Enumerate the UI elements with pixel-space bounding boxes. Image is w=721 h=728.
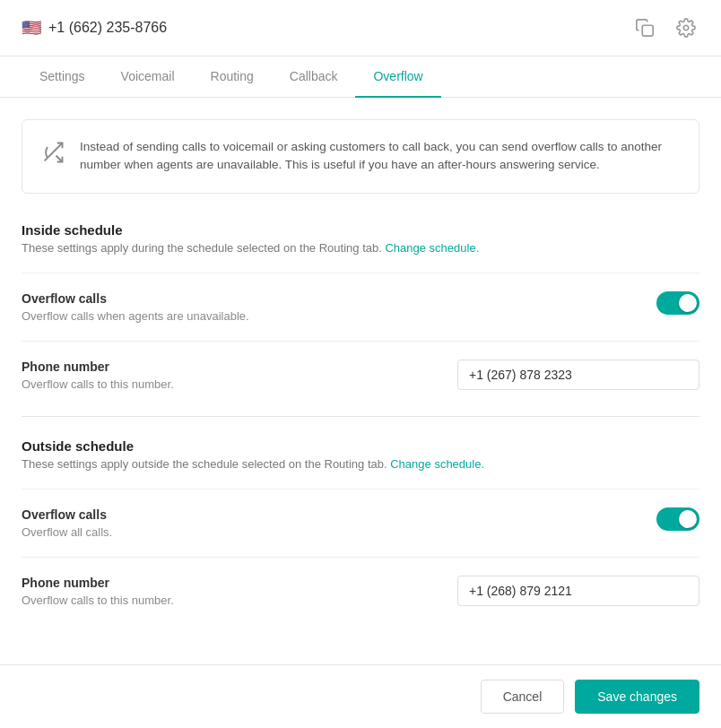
outside-overflow-calls-desc: Overflow all calls. xyxy=(22,525,635,539)
svg-point-1 xyxy=(683,25,689,30)
phone-display: 🇺🇸 +1 (662) 235-8766 xyxy=(22,18,167,38)
tab-callback[interactable]: Callback xyxy=(272,56,356,98)
copy-icon xyxy=(635,18,655,38)
section-divider xyxy=(22,416,699,417)
inside-schedule-section: Inside schedule These settings apply dur… xyxy=(22,222,699,409)
inside-overflow-toggle[interactable] xyxy=(656,291,699,315)
tab-settings[interactable]: Settings xyxy=(22,56,103,98)
settings-button[interactable] xyxy=(673,14,699,41)
cancel-button[interactable]: Cancel xyxy=(481,680,565,714)
phone-number: +1 (662) 235-8766 xyxy=(48,20,167,36)
outside-schedule-section: Outside schedule These settings apply ou… xyxy=(22,438,699,625)
outside-change-schedule-link[interactable]: Change schedule. xyxy=(390,457,484,471)
outside-overflow-calls-toggle-container xyxy=(656,507,699,531)
inside-overflow-calls-toggle-container xyxy=(656,291,699,315)
outside-overflow-calls-row: Overflow calls Overflow all calls. xyxy=(22,489,699,557)
gear-icon xyxy=(676,18,696,38)
main-content: Instead of sending calls to voicemail or… xyxy=(0,98,721,715)
outside-overflow-calls-label: Overflow calls xyxy=(22,507,635,522)
save-button[interactable]: Save changes xyxy=(575,680,699,714)
inside-overflow-calls-label: Overflow calls xyxy=(22,291,635,306)
tab-bar: Settings Voicemail Routing Callback Over… xyxy=(0,56,721,98)
footer: Cancel Save changes xyxy=(0,664,721,728)
outside-overflow-toggle[interactable] xyxy=(656,507,699,531)
outside-overflow-calls-info: Overflow calls Overflow all calls. xyxy=(22,507,635,539)
inside-phone-number-input[interactable] xyxy=(457,360,699,390)
phone-forward-icon xyxy=(40,140,65,175)
header-actions xyxy=(631,14,699,41)
inside-overflow-calls-info: Overflow calls Overflow calls when agent… xyxy=(22,291,635,323)
copy-button[interactable] xyxy=(631,14,658,41)
inside-phone-number-info: Phone number Overflow calls to this numb… xyxy=(22,360,436,391)
outside-schedule-title: Outside schedule xyxy=(22,438,699,454)
inside-phone-number-input-container xyxy=(457,360,699,390)
outside-phone-number-row: Phone number Overflow calls to this numb… xyxy=(22,557,699,625)
inside-schedule-subtitle: These settings apply during the schedule… xyxy=(22,241,699,255)
tab-routing[interactable]: Routing xyxy=(193,56,272,98)
inside-overflow-calls-desc: Overflow calls when agents are unavailab… xyxy=(22,309,635,323)
svg-rect-0 xyxy=(642,25,653,36)
inside-phone-number-desc: Overflow calls to this number. xyxy=(22,377,436,391)
outside-phone-number-info: Phone number Overflow calls to this numb… xyxy=(22,576,436,607)
inside-change-schedule-link[interactable]: Change schedule. xyxy=(385,241,479,255)
inside-phone-number-label: Phone number xyxy=(22,360,436,374)
inside-schedule-title: Inside schedule xyxy=(22,222,699,238)
info-text: Instead of sending calls to voicemail or… xyxy=(80,138,681,175)
outside-phone-number-input[interactable] xyxy=(457,576,699,606)
inside-overflow-calls-row: Overflow calls Overflow calls when agent… xyxy=(22,273,699,341)
outside-schedule-subtitle: These settings apply outside the schedul… xyxy=(22,457,699,471)
outside-phone-number-desc: Overflow calls to this number. xyxy=(22,594,436,607)
tab-voicemail[interactable]: Voicemail xyxy=(103,56,193,98)
outside-phone-number-input-container xyxy=(457,576,699,606)
outside-phone-number-label: Phone number xyxy=(22,576,436,590)
info-box: Instead of sending calls to voicemail or… xyxy=(22,119,699,194)
inside-phone-number-row: Phone number Overflow calls to this numb… xyxy=(22,341,699,409)
tab-overflow[interactable]: Overflow xyxy=(355,56,440,98)
header: 🇺🇸 +1 (662) 235-8766 xyxy=(0,0,721,56)
flag-icon: 🇺🇸 xyxy=(22,18,41,38)
